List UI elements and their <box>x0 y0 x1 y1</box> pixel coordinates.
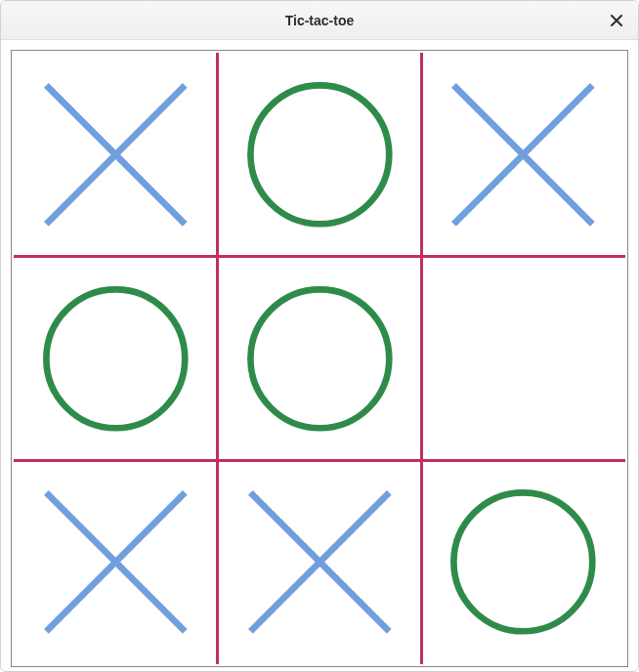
cell-0-0[interactable] <box>14 53 218 257</box>
cell-2-0[interactable] <box>14 460 218 664</box>
svg-point-8 <box>250 289 389 428</box>
client-area <box>1 40 638 672</box>
svg-point-13 <box>454 493 593 632</box>
x-mark-icon <box>14 460 218 664</box>
cell-2-2[interactable] <box>421 460 625 664</box>
o-mark-icon <box>218 53 422 257</box>
svg-point-4 <box>250 85 389 224</box>
cell-1-2[interactable] <box>421 257 625 461</box>
x-mark-icon <box>14 53 218 257</box>
cell-1-1[interactable] <box>218 257 422 461</box>
app-window: Tic-tac-toe <box>0 0 639 672</box>
o-mark-icon <box>218 257 422 461</box>
titlebar: Tic-tac-toe <box>1 1 638 40</box>
close-icon <box>611 15 622 26</box>
board-frame <box>11 50 628 667</box>
x-mark-icon <box>218 460 422 664</box>
cell-0-1[interactable] <box>218 53 422 257</box>
close-button[interactable] <box>605 9 628 32</box>
window-title: Tic-tac-toe <box>285 13 355 28</box>
x-mark-icon <box>421 53 625 257</box>
cell-1-0[interactable] <box>14 257 218 461</box>
svg-point-7 <box>46 289 185 428</box>
o-mark-icon <box>14 257 218 461</box>
cell-0-2[interactable] <box>421 53 625 257</box>
game-board <box>14 53 625 664</box>
o-mark-icon <box>421 460 625 664</box>
cell-2-1[interactable] <box>218 460 422 664</box>
